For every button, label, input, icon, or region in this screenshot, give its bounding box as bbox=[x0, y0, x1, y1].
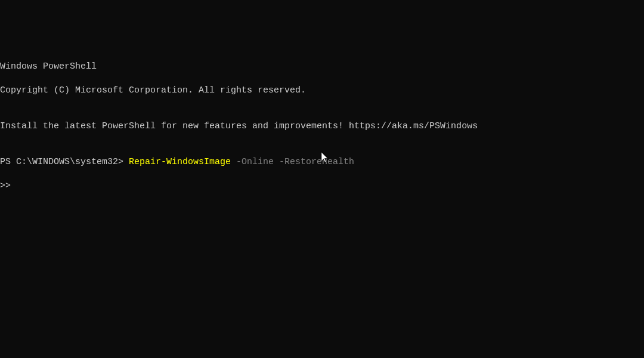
prompt-text: PS C:\WINDOWS\system32> bbox=[0, 157, 129, 167]
command-line: PS C:\WINDOWS\system32> Repair-WindowsIm… bbox=[0, 156, 644, 168]
continuation-prompt: >> bbox=[0, 180, 644, 192]
install-message: Install the latest PowerShell for new fe… bbox=[0, 121, 644, 132]
header-line-1: Windows PowerShell bbox=[0, 61, 644, 73]
cmdlet-name: Repair-WindowsImage bbox=[129, 157, 231, 167]
header-line-2: Copyright (C) Microsoft Corporation. All… bbox=[0, 85, 644, 97]
powershell-terminal[interactable]: Windows PowerShell Copyright (C) Microso… bbox=[0, 49, 644, 358]
cmdlet-params: -Online -RestoreHealth bbox=[231, 157, 354, 167]
